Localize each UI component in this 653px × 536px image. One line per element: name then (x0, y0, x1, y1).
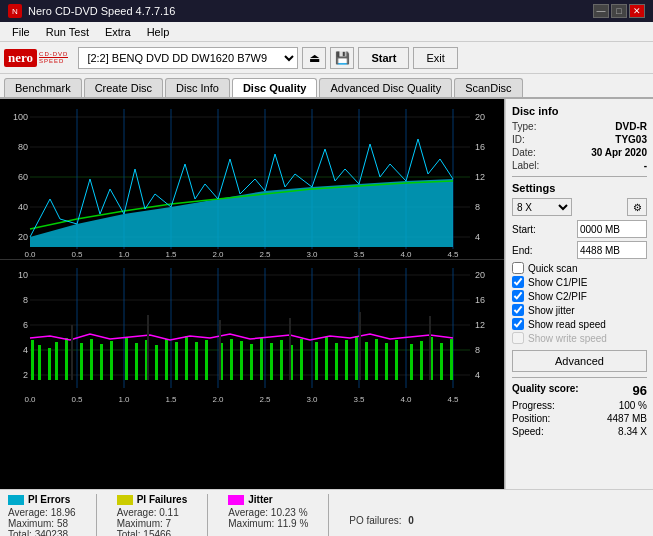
settings-title: Settings (512, 182, 647, 194)
svg-rect-36 (0, 260, 504, 415)
menu-run-test[interactable]: Run Test (38, 24, 97, 40)
svg-text:60: 60 (18, 172, 28, 182)
settings-icon-btn[interactable]: ⚙ (627, 198, 647, 216)
tab-benchmark[interactable]: Benchmark (4, 78, 82, 97)
speed-setting-row: 8 X Max 4 X 6 X ⚙ (512, 198, 647, 216)
disc-id-row: ID: TYG03 (512, 134, 647, 145)
titlebar: N Nero CD-DVD Speed 4.7.7.16 — □ ✕ (0, 0, 653, 22)
svg-text:20: 20 (475, 270, 485, 280)
show-read-speed-checkbox[interactable] (512, 318, 524, 330)
svg-text:80: 80 (18, 142, 28, 152)
jitter-avg-label: Average: (228, 507, 268, 518)
pi-failures-max-value: 7 (166, 518, 172, 529)
close-button[interactable]: ✕ (629, 4, 645, 18)
svg-text:4.0: 4.0 (400, 395, 412, 404)
svg-rect-80 (125, 337, 128, 380)
tab-create-disc[interactable]: Create Disc (84, 78, 163, 97)
pi-errors-color (8, 495, 24, 505)
disc-label-label: Label: (512, 160, 539, 171)
disc-info-title: Disc info (512, 105, 647, 117)
exit-button[interactable]: Exit (413, 47, 457, 69)
pi-failures-avg-value: 0.11 (159, 507, 178, 518)
svg-rect-71 (31, 340, 34, 380)
jitter-max-label: Maximum: (228, 518, 274, 529)
progress-value: 100 % (619, 400, 647, 411)
divider-2 (512, 377, 647, 378)
disc-label-value: - (644, 160, 647, 171)
svg-rect-90 (230, 339, 233, 380)
svg-rect-97 (300, 339, 303, 380)
menu-help[interactable]: Help (139, 24, 178, 40)
pi-failures-max-label: Maximum: (117, 518, 163, 529)
chart-top: 100 80 60 40 20 20 16 12 8 4 0.0 0.5 1.0… (0, 99, 504, 260)
pi-errors-max-value: 58 (57, 518, 68, 529)
top-chart-svg: 100 80 60 40 20 20 16 12 8 4 0.0 0.5 1.0… (0, 99, 504, 259)
divider-1 (512, 176, 647, 177)
svg-text:3.5: 3.5 (353, 250, 365, 259)
tab-disc-info[interactable]: Disc Info (165, 78, 230, 97)
end-mb-input[interactable] (577, 241, 647, 259)
nero-logo: nero CD-DVD SPEED (4, 49, 68, 67)
show-jitter-checkbox[interactable] (512, 304, 524, 316)
svg-text:0.0: 0.0 (24, 395, 36, 404)
po-failures-label: PO failures: (349, 515, 401, 526)
pi-failures-total-label: Total: (117, 529, 141, 536)
show-c1pie-checkbox[interactable] (512, 276, 524, 288)
svg-text:40: 40 (18, 202, 28, 212)
legend-sep-1 (96, 494, 97, 536)
svg-rect-72 (38, 345, 41, 380)
svg-text:12: 12 (475, 320, 485, 330)
window-controls[interactable]: — □ ✕ (593, 4, 645, 18)
svg-rect-93 (260, 338, 263, 380)
right-panel: Disc info Type: DVD-R ID: TYG03 Date: 30… (505, 99, 653, 489)
speed-value: 8.34 X (618, 426, 647, 437)
show-c2pif-checkbox[interactable] (512, 290, 524, 302)
start-button[interactable]: Start (358, 47, 409, 69)
maximize-button[interactable]: □ (611, 4, 627, 18)
pi-errors-avg-label: Average: (8, 507, 48, 518)
drive-select[interactable]: [2:2] BENQ DVD DD DW1620 B7W9 (78, 47, 298, 69)
save-button[interactable]: 💾 (330, 47, 354, 69)
svg-text:16: 16 (475, 295, 485, 305)
svg-text:1.5: 1.5 (165, 395, 177, 404)
show-jitter-row: Show jitter (512, 304, 647, 316)
svg-rect-75 (65, 338, 68, 380)
position-row: Position: 4487 MB (512, 413, 647, 424)
pi-errors-title: PI Errors (28, 494, 70, 505)
menu-file[interactable]: File (4, 24, 38, 40)
svg-rect-85 (175, 342, 178, 380)
quality-score-row: Quality score: 96 (512, 383, 647, 398)
legend-sep-3 (328, 494, 329, 536)
jitter-avg-value: 10.23 % (271, 507, 308, 518)
progress-row: Progress: 100 % (512, 400, 647, 411)
jitter-avg: Average: 10.23 % (228, 507, 308, 518)
disc-id-label: ID: (512, 134, 525, 145)
pi-failures-max: Maximum: 7 (117, 518, 188, 529)
pi-failures-total-value: 15466 (143, 529, 171, 536)
svg-text:4: 4 (475, 370, 480, 380)
chart-bottom: 10 8 6 4 2 20 16 12 8 4 0.0 0.5 1.0 1.5 … (0, 260, 504, 420)
svg-rect-86 (185, 336, 188, 380)
svg-text:1.0: 1.0 (118, 395, 130, 404)
disc-type-label: Type: (512, 121, 536, 132)
menu-extra[interactable]: Extra (97, 24, 139, 40)
bottom-chart-svg: 10 8 6 4 2 20 16 12 8 4 0.0 0.5 1.0 1.5 … (0, 260, 504, 415)
show-read-speed-label: Show read speed (528, 319, 606, 330)
advanced-button[interactable]: Advanced (512, 350, 647, 372)
tab-disc-quality[interactable]: Disc Quality (232, 78, 318, 97)
svg-text:20: 20 (475, 112, 485, 122)
speed-select[interactable]: 8 X Max 4 X 6 X (512, 198, 572, 216)
show-jitter-label: Show jitter (528, 305, 575, 316)
svg-text:0.0: 0.0 (24, 250, 36, 259)
svg-text:4.5: 4.5 (447, 395, 459, 404)
minimize-button[interactable]: — (593, 4, 609, 18)
svg-text:8: 8 (23, 295, 28, 305)
tab-advanced-disc-quality[interactable]: Advanced Disc Quality (319, 78, 452, 97)
eject-button[interactable]: ⏏ (302, 47, 326, 69)
tab-scan-disc[interactable]: ScanDisc (454, 78, 522, 97)
quick-scan-checkbox[interactable] (512, 262, 524, 274)
start-mb-input[interactable] (577, 220, 647, 238)
svg-text:2: 2 (23, 370, 28, 380)
toolbar: nero CD-DVD SPEED [2:2] BENQ DVD DD DW16… (0, 42, 653, 74)
svg-rect-101 (345, 340, 348, 380)
